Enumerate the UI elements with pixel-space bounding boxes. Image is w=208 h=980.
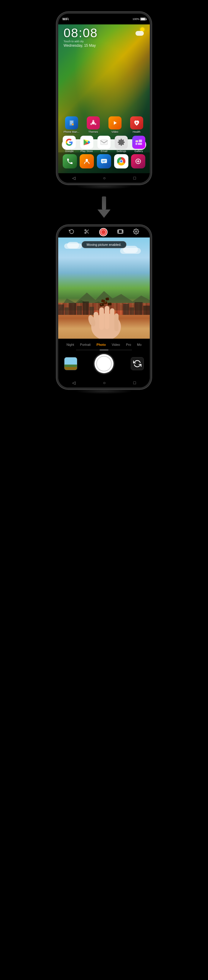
dock-chrome[interactable] (114, 154, 128, 169)
clock-date: Wednesday, 15 May (64, 43, 98, 48)
svg-point-25 (135, 231, 137, 232)
clock-widget: 08:08 Touch to add city Wednesday, 15 Ma… (64, 27, 98, 48)
cam-nav-recent[interactable]: □ (134, 380, 136, 385)
svg-rect-38 (99, 307, 104, 330)
phone1-wrapper: WiFi 100% 08:08 Touch to add city Wednes… (57, 12, 151, 185)
flip-camera-button[interactable] (131, 357, 144, 370)
svg-point-4 (92, 120, 94, 122)
shutter-button[interactable] (95, 354, 113, 373)
phone-manager-label: Phone Man... (64, 130, 80, 133)
battery-icon (140, 18, 146, 21)
camera-settings-icon[interactable] (133, 229, 139, 236)
mode-indicator-line (76, 349, 132, 351)
svg-rect-45 (107, 303, 112, 305)
cam-nav-back[interactable]: ◁ (72, 380, 76, 385)
weather-icon (136, 27, 145, 36)
thumbnail-image (65, 358, 77, 370)
apps-row-2: Google (61, 136, 147, 153)
camera-live-button[interactable] (99, 228, 107, 236)
apps-row-1: Phone Man... (61, 116, 147, 133)
camera-crop-icon[interactable] (84, 229, 90, 235)
nav-recent[interactable]: □ (134, 176, 136, 180)
app-gallery[interactable]: Gallery (131, 136, 147, 153)
settings-icon (115, 136, 128, 149)
photo-thumbnail[interactable] (64, 357, 77, 370)
app-themes[interactable]: Themes (85, 116, 101, 133)
app-email[interactable]: Email (96, 136, 112, 153)
health-icon (130, 116, 143, 129)
themes-icon (87, 116, 100, 129)
hand-area (85, 288, 127, 339)
dock-social[interactable] (131, 154, 145, 169)
app-google[interactable]: Google (61, 136, 77, 153)
svg-rect-46 (101, 299, 105, 303)
cam-mode-video[interactable]: Video (109, 342, 123, 348)
svg-rect-26 (58, 304, 64, 315)
app-settings[interactable]: Settings (113, 136, 129, 153)
playstore-icon (80, 136, 93, 149)
dock-contacts[interactable] (80, 154, 94, 169)
svg-rect-47 (106, 297, 109, 300)
phone-manager-icon (65, 116, 78, 129)
cloud-icon (136, 31, 144, 36)
battery-fill (141, 18, 145, 20)
camera-controls (58, 351, 150, 378)
nav-bar-2: ◁ ○ □ (58, 378, 150, 388)
video-label: Video (112, 130, 118, 133)
dock-phone[interactable] (63, 154, 77, 169)
video-icon (109, 116, 121, 129)
cam-mode-night[interactable]: Night (64, 342, 77, 348)
cam-mode-pro[interactable]: Pro (123, 342, 134, 348)
camera-modes: Night Portrait Photo Video Pro Mo (58, 339, 150, 349)
svg-point-14 (85, 159, 88, 161)
status-battery-pct: 100% (132, 18, 139, 21)
svg-rect-40 (110, 308, 114, 330)
cam-mode-photo[interactable]: Photo (94, 342, 109, 348)
arrow-shaft (102, 196, 106, 210)
nav-home[interactable]: ○ (103, 176, 106, 180)
app-phone-manager[interactable]: Phone Man... (64, 116, 79, 133)
cam-mode-more[interactable]: Mo (134, 342, 144, 348)
svg-point-13 (136, 141, 137, 142)
svg-rect-12 (138, 143, 142, 145)
nav-bar-1: ◁ ○ □ (58, 173, 150, 183)
svg-rect-35 (143, 305, 150, 315)
dock (58, 153, 150, 173)
app-video[interactable]: Video (107, 116, 123, 133)
toast-notification: Moving picture enabled. (82, 241, 126, 248)
svg-rect-39 (105, 306, 109, 329)
cloud-2 (67, 242, 79, 248)
svg-rect-20 (118, 230, 122, 233)
status-right: 100% (132, 18, 146, 21)
app-health[interactable]: Health (129, 116, 144, 133)
themes-label: Themes (88, 130, 98, 133)
svg-rect-11 (136, 143, 137, 145)
app-playstore[interactable]: Play Store (79, 136, 95, 153)
camera-film-icon[interactable] (117, 229, 123, 235)
phone2-wrapper: Moving picture enabled. Night Portrait P… (57, 225, 151, 389)
clock-touch-label: Touch to add city (64, 40, 98, 43)
health-label: Health (132, 130, 140, 133)
svg-rect-15 (101, 159, 107, 163)
shutter-inner (96, 356, 112, 371)
cam-nav-home[interactable]: ○ (103, 380, 106, 385)
svg-rect-29 (77, 306, 82, 315)
nav-back[interactable]: ◁ (72, 176, 76, 180)
dock-messages[interactable] (97, 154, 111, 169)
svg-point-5 (95, 123, 96, 125)
viewfinder: Moving picture enabled. (58, 237, 150, 339)
svg-rect-33 (129, 307, 134, 315)
svg-rect-41 (114, 313, 118, 331)
svg-rect-43 (99, 303, 104, 307)
cam-mode-portrait[interactable]: Portrait (77, 342, 93, 348)
apps-grid: Phone Man... (58, 116, 150, 173)
arrow-head (98, 210, 110, 218)
phone2: Moving picture enabled. Night Portrait P… (57, 225, 151, 389)
hand-svg (85, 288, 127, 339)
svg-point-6 (90, 123, 92, 125)
gallery-icon (132, 136, 145, 149)
camera-rotate-icon[interactable] (69, 229, 74, 235)
camera-top-bar (58, 227, 150, 237)
svg-rect-10 (139, 140, 142, 142)
camera-screen: Moving picture enabled. Night Portrait P… (58, 227, 150, 388)
